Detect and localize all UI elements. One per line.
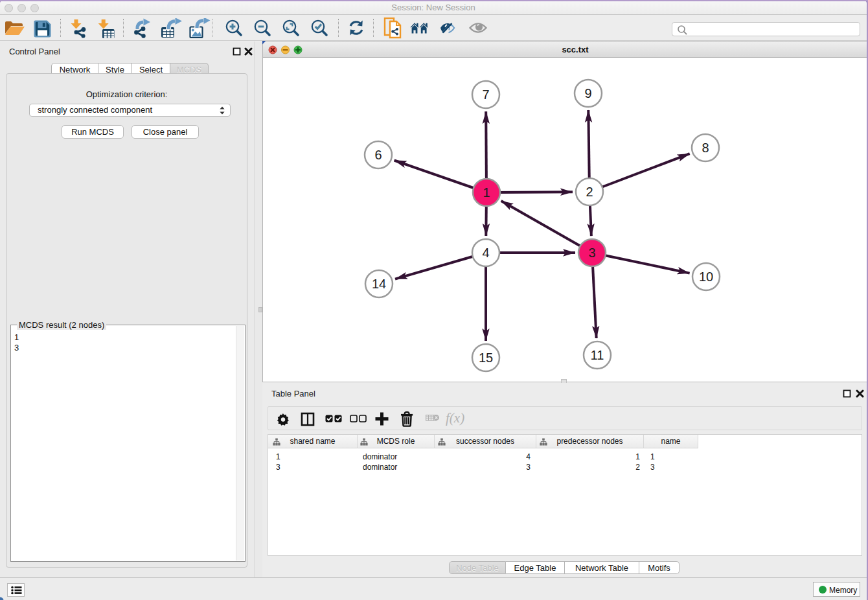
svg-text:3: 3 (588, 246, 595, 260)
svg-text:7: 7 (482, 87, 489, 102)
svg-text:14: 14 (372, 277, 386, 291)
svg-text:8: 8 (702, 141, 709, 155)
svg-text:2: 2 (586, 185, 593, 199)
svg-text:11: 11 (591, 348, 604, 362)
svg-text:9: 9 (584, 86, 591, 100)
svg-text:6: 6 (374, 148, 382, 162)
svg-text:1: 1 (483, 185, 490, 200)
svg-text:4: 4 (482, 246, 489, 260)
svg-text:10: 10 (699, 270, 713, 284)
svg-text:15: 15 (479, 351, 493, 365)
